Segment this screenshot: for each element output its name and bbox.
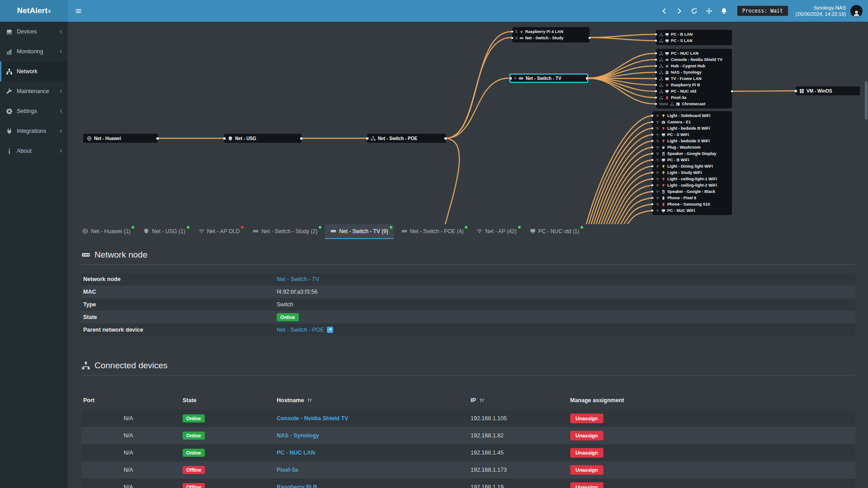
device-node[interactable]: TV - Frame LAN bbox=[656, 75, 732, 82]
external-link-icon[interactable] bbox=[327, 327, 333, 333]
monitor-icon bbox=[661, 209, 665, 213]
sidebar-item[interactable]: Network bbox=[0, 61, 68, 81]
device-node[interactable]: PC - NUC old bbox=[656, 88, 732, 94]
sidebar-item[interactable]: Maintenance bbox=[0, 81, 68, 101]
wifi-icon bbox=[476, 228, 482, 234]
hostname-link[interactable]: Console - Nvidia Shield TV bbox=[277, 415, 348, 422]
node-net-usg[interactable]: Net - USG bbox=[224, 134, 302, 143]
arrow-right-icon[interactable] bbox=[672, 0, 687, 22]
device-node[interactable]: Plug - Washroom bbox=[652, 144, 732, 150]
sidebar-item[interactable]: Settings bbox=[0, 101, 68, 121]
wifi-icon bbox=[198, 228, 204, 234]
chevron-left-icon bbox=[59, 109, 63, 113]
col-manage: Manage assignment bbox=[570, 397, 855, 404]
status-badge: Offline bbox=[183, 466, 205, 474]
node-net-huawei[interactable]: Net - Huawei bbox=[83, 134, 158, 143]
tab[interactable]: PC - NUC old (1) bbox=[524, 224, 585, 239]
hostname-link[interactable]: NAS - Synology bbox=[277, 432, 319, 439]
hamburger-menu-icon[interactable] bbox=[68, 0, 89, 22]
hostname-link[interactable]: Pixel-3a bbox=[277, 467, 298, 473]
device-node[interactable]: Camera - E1 bbox=[652, 119, 732, 125]
vm-icon bbox=[799, 89, 804, 94]
device-node[interactable]: Phone - Samsung S10 bbox=[652, 201, 732, 207]
device-node[interactable]: PC - S WiFi bbox=[652, 131, 732, 138]
chevron-left-icon bbox=[59, 129, 63, 133]
tab[interactable]: Net - Switch - POE (4) bbox=[396, 224, 469, 239]
move-icon[interactable] bbox=[702, 0, 717, 22]
device-node[interactable]: PC - S LAN bbox=[656, 38, 732, 44]
bulb-icon bbox=[661, 139, 665, 143]
device-node[interactable]: Light - bedside B WiFi bbox=[652, 125, 732, 131]
device-node[interactable]: Speaker - Google - Black bbox=[652, 188, 732, 195]
sort-icon[interactable] bbox=[307, 398, 312, 403]
connected-devices-table: N/A Online Console - Nvidia Shield TV 19… bbox=[81, 410, 855, 488]
device-node[interactable]: Light - ceiling-light-1 WiFi bbox=[652, 176, 732, 182]
node-label: VM - WinOS bbox=[807, 89, 832, 94]
device-node[interactable]: Light - Sideboard WiFi bbox=[652, 113, 732, 119]
arrow-left-icon[interactable] bbox=[657, 0, 672, 22]
device-node[interactable]: None Chromecast bbox=[656, 101, 732, 107]
device-node[interactable]: Pixel-3a bbox=[656, 94, 732, 101]
device-node[interactable]: Light - bedside S WiFi bbox=[652, 138, 732, 144]
gamepad-icon bbox=[665, 58, 669, 62]
unassign-button[interactable]: Unassign bbox=[570, 465, 604, 475]
device-label: PC - S WiFi bbox=[667, 132, 689, 137]
unassign-button[interactable]: Unassign bbox=[570, 413, 604, 423]
device-node[interactable]: Light - Study WiFi bbox=[652, 169, 732, 176]
node-vm-winos[interactable]: VM - WinOS bbox=[796, 86, 860, 95]
node-net-switch-poe[interactable]: Net - Switch - POE bbox=[367, 134, 446, 143]
device-node[interactable]: Raspberry Pi B bbox=[656, 82, 732, 88]
device-node[interactable]: PC - B LAN bbox=[656, 31, 732, 38]
network-node-link[interactable]: Net - Switch - TV bbox=[277, 276, 319, 282]
wrench-icon bbox=[6, 88, 13, 95]
node-net-switch-tv-selected[interactable]: 4 Net - Switch - TV bbox=[509, 74, 588, 83]
device-node[interactable]: PC - B WiFi bbox=[652, 157, 732, 163]
sidebar-item[interactable]: Devices bbox=[0, 22, 68, 42]
tab[interactable]: Net - Switch - Study (2) bbox=[247, 224, 323, 239]
device-node[interactable]: PC - NUC LAN bbox=[656, 50, 732, 56]
device-node[interactable]: Console - Nvidia Shield TV bbox=[656, 56, 732, 63]
device-label: Camera - E1 bbox=[667, 120, 691, 124]
device-node[interactable]: PC - NUC WiFi bbox=[652, 207, 732, 214]
sort-icon[interactable] bbox=[479, 398, 485, 403]
parent-node-link[interactable]: Net - Switch - POE bbox=[277, 327, 324, 333]
lan-box-tv-children: PC - NUC LAN Console - Nvidia Shield TV … bbox=[656, 49, 732, 108]
tab[interactable]: Net - USG (1) bbox=[138, 224, 190, 239]
device-node[interactable]: Hub - Cygnet Hub bbox=[656, 63, 732, 69]
device-node[interactable]: 3 Net - Switch - Study bbox=[512, 35, 590, 41]
tab[interactable]: Net - Huawei (1) bbox=[77, 224, 136, 239]
sidebar-item[interactable]: Integrations bbox=[0, 121, 68, 141]
tab[interactable]: Net - AP (42) bbox=[471, 224, 522, 239]
device-label: PC - S LAN bbox=[671, 38, 693, 43]
unassign-button[interactable]: Unassign bbox=[570, 448, 604, 458]
device-node[interactable]: Light - Dining light WiFi bbox=[652, 163, 732, 169]
eth-icon bbox=[659, 39, 663, 43]
refresh-icon[interactable] bbox=[687, 0, 702, 22]
phone-icon bbox=[661, 196, 665, 200]
device-node[interactable]: Phone - Pixel 6 bbox=[652, 195, 732, 201]
hostname-link[interactable]: Raspberry Pi B bbox=[277, 484, 317, 488]
wifi-icon bbox=[656, 133, 660, 137]
unassign-button[interactable]: Unassign bbox=[570, 482, 604, 488]
hostname-link[interactable]: PC - NUC LAN bbox=[277, 450, 315, 456]
device-node[interactable]: Speaker - Google Display bbox=[652, 150, 732, 157]
process-status-badge: Process: Wait bbox=[737, 5, 788, 16]
device-node[interactable]: Light - ceiling-light-2 WiFi bbox=[652, 182, 732, 188]
unassign-button[interactable]: Unassign bbox=[570, 431, 604, 441]
tab[interactable]: Net - Switch - TV (9) bbox=[325, 224, 393, 239]
tab[interactable]: Net - AP OLD bbox=[193, 224, 245, 239]
device-label: Hub - Cygnet Hub bbox=[671, 64, 705, 68]
col-port: Port bbox=[83, 397, 183, 404]
user-avatar[interactable] bbox=[850, 5, 863, 17]
sidebar-item[interactable]: About bbox=[0, 141, 68, 161]
device-label: TV - Frame LAN bbox=[671, 76, 702, 81]
detail-row: MAC f4:92:bf:a3:f3:56 bbox=[81, 286, 855, 298]
bell-icon[interactable] bbox=[717, 0, 731, 22]
device-node[interactable]: NAS - Synology bbox=[656, 69, 732, 75]
switch-icon bbox=[253, 228, 259, 234]
scrollbar-thumb[interactable] bbox=[865, 81, 868, 120]
sidebar: Devices Monitoring Network Maintenance S… bbox=[0, 22, 68, 488]
sidebar-item[interactable]: Monitoring bbox=[0, 42, 68, 61]
device-node[interactable]: 5 Raspberry Pi 4 LAN bbox=[512, 28, 590, 35]
status-badge: Online bbox=[277, 313, 299, 321]
